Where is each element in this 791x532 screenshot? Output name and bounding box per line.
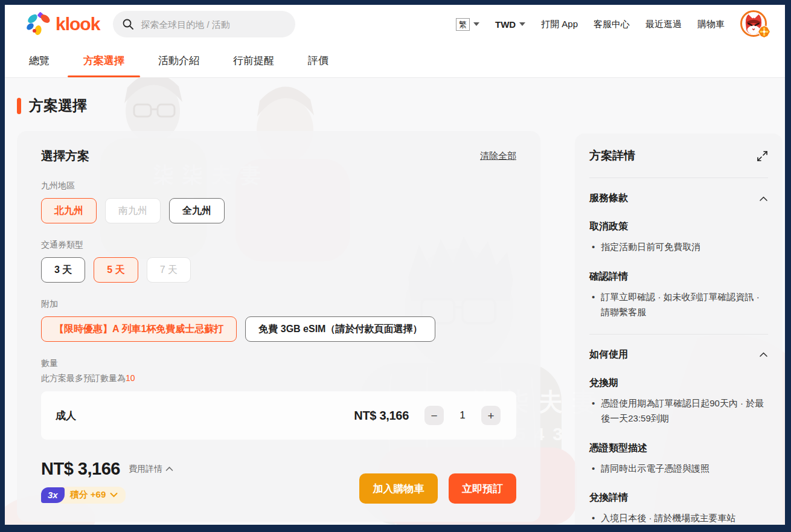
ticket-option-5day[interactable]: 5 天 <box>94 257 138 283</box>
select-package-title: 選擇方案 <box>41 148 89 164</box>
region-option-north-kyushu[interactable]: 北九州 <box>41 198 97 223</box>
section-tabbar: 總覽 方案選擇 活動介紹 行前提醒 評價 <box>5 43 785 78</box>
cancellation-policy-title: 取消政策 <box>589 220 768 233</box>
clear-all-link[interactable]: 清除全部 <box>480 150 516 162</box>
addon-option-whisky-soda[interactable]: 【限時優惠】A 列車1杯免費威士忌蘇打 <box>41 316 237 342</box>
caret-down-icon <box>473 22 479 27</box>
chevron-down-icon <box>110 492 118 498</box>
addon-option-esim[interactable]: 免費 3GB eSIM（請於付款頁面選擇） <box>245 316 435 342</box>
package-selection-card: 選擇方案 清除全部 九州地區 北九州 南九州 全九州 交通券類型 3 天 5 天… <box>17 131 540 522</box>
detail-bullet: 入境日本後 · 請於機場或主要車站 <box>589 510 768 525</box>
region-options: 北九州 南九州 全九州 <box>41 198 516 223</box>
total-price: NT$ 3,166 <box>41 459 120 479</box>
search-input[interactable] <box>113 11 295 37</box>
cart-link[interactable]: 購物車 <box>697 19 725 30</box>
tab-activity-info[interactable]: 活動介紹 <box>143 43 215 77</box>
package-details-card: 方案詳情 服務條款 取消政策 指定活動日 <box>575 133 783 525</box>
unit-name: 成人 <box>56 409 76 423</box>
tab-reminders[interactable]: 行前提醒 <box>217 43 290 77</box>
card-footer: NT$ 3,166 費用詳情 3x 積分 +69 <box>41 459 516 504</box>
detail-bullet: 憑證使用期為訂單確認日起90天內 · 於最後一天23:59到期 <box>589 396 768 426</box>
confirmation-details-title: 確認詳情 <box>589 271 768 283</box>
adult-unit-row: 成人 NT$ 3,166 − 1 + <box>41 391 516 440</box>
divider <box>589 178 768 178</box>
points-badge-row: 3x 積分 +69 <box>41 487 173 504</box>
ticket-group-label: 交通券類型 <box>41 240 516 251</box>
language-label: 繁 <box>456 18 470 31</box>
chevron-up-icon <box>759 196 768 202</box>
language-selector[interactable]: 繁 <box>456 18 479 31</box>
user-avatar[interactable] <box>740 10 769 38</box>
currency-selector[interactable]: TWD <box>495 19 525 30</box>
header: klook 繁 TWD 打開 App 客服中心 最近逛過 購物車 <box>5 5 785 43</box>
main-content: 柒柒夫妻 543 柒柒夫妻 543 方案選擇 選擇方案 清除全部 九州地區 <box>5 78 785 525</box>
redemption-period-title: 兌換期 <box>589 377 768 389</box>
quantity-increase-button[interactable]: + <box>481 406 501 425</box>
avatar-badge-icon <box>758 25 770 40</box>
quantity-decrease-button[interactable]: − <box>424 406 444 425</box>
browser-frame: klook 繁 TWD 打開 App 客服中心 最近逛過 購物車 <box>0 0 791 532</box>
points-earn-toggle[interactable]: 積分 +69 <box>60 487 126 504</box>
unit-price: NT$ 3,166 <box>354 409 409 423</box>
addon-options: 【限時優惠】A 列車1杯免費威士忌蘇打 免費 3GB eSIM（請於付款頁面選擇… <box>41 316 516 342</box>
title-accent-bar <box>17 98 21 114</box>
page-title: 方案選擇 <box>29 96 87 115</box>
detail-bullet: 請同時出示電子憑證與護照 <box>589 461 768 476</box>
terms-section-header[interactable]: 服務條款 <box>589 192 768 205</box>
ticket-option-7day[interactable]: 7 天 <box>147 257 191 283</box>
tab-reviews[interactable]: 評價 <box>292 43 344 77</box>
ticket-options: 3 天 5 天 7 天 <box>41 257 516 283</box>
fee-detail-toggle[interactable]: 費用詳情 <box>129 464 173 475</box>
expand-icon[interactable] <box>757 150 768 162</box>
detail-bullet: 訂單立即確認 · 如未收到訂單確認資訊 · 請聯繫客服 <box>589 289 768 320</box>
divider <box>589 334 768 335</box>
how-to-use-section-header[interactable]: 如何使用 <box>589 348 768 361</box>
region-group-label: 九州地區 <box>41 181 516 191</box>
voucher-type-title: 憑證類型描述 <box>589 442 768 455</box>
region-option-south-kyushu[interactable]: 南九州 <box>105 198 161 223</box>
klook-burst-icon <box>25 10 51 38</box>
quantity-max-note: 此方案最多預訂數量為10 <box>41 373 516 384</box>
redemption-details-title: 兌換詳情 <box>589 492 768 504</box>
recently-viewed-link[interactable]: 最近逛過 <box>645 19 682 30</box>
header-actions: 繁 TWD 打開 App 客服中心 最近逛過 購物車 <box>456 10 769 38</box>
tab-packages[interactable]: 方案選擇 <box>68 43 140 77</box>
ticket-option-3day[interactable]: 3 天 <box>41 257 85 283</box>
package-details-title: 方案詳情 <box>589 148 635 164</box>
search-icon <box>123 19 133 30</box>
klook-logo-text: klook <box>56 14 100 34</box>
support-center-link[interactable]: 客服中心 <box>594 19 630 30</box>
addon-group-label: 附加 <box>41 299 516 310</box>
quantity-max-value: 10 <box>126 373 135 383</box>
open-app-link[interactable]: 打開 App <box>541 19 578 30</box>
search-bar <box>113 11 295 37</box>
chevron-up-icon <box>759 351 768 357</box>
currency-label: TWD <box>495 19 516 30</box>
page-title-row: 方案選擇 <box>5 78 785 115</box>
add-to-cart-button[interactable]: 加入購物車 <box>359 473 438 504</box>
detail-bullet: 指定活動日前可免費取消 <box>589 239 768 255</box>
book-now-button[interactable]: 立即預訂 <box>449 473 516 504</box>
region-option-all-kyushu[interactable]: 全九州 <box>169 198 225 223</box>
klook-logo[interactable]: klook <box>25 10 100 38</box>
quantity-group-label: 數量 <box>41 358 516 369</box>
quantity-value: 1 <box>444 409 481 421</box>
chevron-up-icon <box>165 466 173 472</box>
points-multiplier-badge: 3x <box>41 487 65 503</box>
caret-down-icon <box>519 22 525 27</box>
tab-overview[interactable]: 總覽 <box>13 43 65 77</box>
klook-page: klook 繁 TWD 打開 App 客服中心 最近逛過 購物車 <box>5 5 785 525</box>
